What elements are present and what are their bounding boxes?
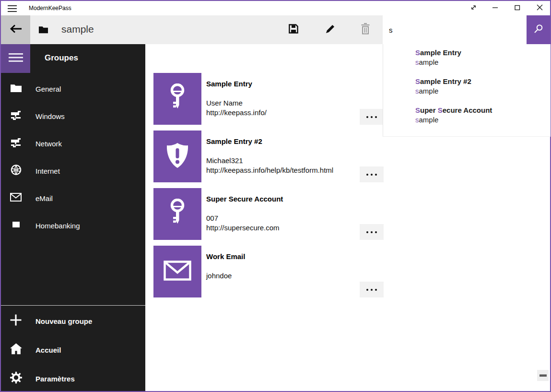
maximize-icon <box>515 4 520 12</box>
network-icon <box>10 138 22 149</box>
commandbar-minimize-button[interactable] <box>537 370 549 381</box>
more-icon <box>366 231 368 233</box>
minus-icon <box>539 374 547 377</box>
sidebar-item-label: Homebanking <box>35 221 80 229</box>
folder-icon <box>10 83 22 94</box>
more-icon <box>371 289 373 291</box>
briefcase-icon <box>38 25 48 36</box>
more-icon <box>366 116 368 118</box>
search-suggestions-dropdown: Sample Entry sample Sample Entry #2 samp… <box>383 44 551 137</box>
search-input[interactable] <box>383 15 527 44</box>
suggestion-subtitle: sample <box>415 58 547 67</box>
plus-icon <box>10 314 22 328</box>
sidebar-action-home[interactable]: Accueil <box>1 335 145 364</box>
minimize-icon <box>492 4 498 12</box>
sidebar-item-email[interactable]: eMail <box>1 184 145 212</box>
sidebar-item-label: Network <box>35 139 62 147</box>
more-icon <box>366 174 368 176</box>
sidebar-item-internet[interactable]: Internet <box>1 157 145 184</box>
suggestion-title-part: ample Entry #2 <box>420 77 471 85</box>
database-title: sample <box>61 15 94 44</box>
sidebar-item-network[interactable]: Network <box>1 130 145 157</box>
entry-more-button[interactable] <box>360 109 384 125</box>
close-button[interactable] <box>528 1 551 15</box>
entry-details: User Name http://keepass.info/ <box>206 98 267 118</box>
hamburger-icon[interactable] <box>7 5 18 12</box>
nav-toggle-button[interactable] <box>1 44 30 73</box>
sidebar-action-label: Paramètres <box>35 375 75 383</box>
sidebar-action-new-group[interactable]: Nouveau groupe <box>1 307 145 335</box>
entry-tile <box>153 246 201 297</box>
suggestion-title-part: S <box>415 106 420 114</box>
suggestion-title: Sample Entry <box>415 48 547 58</box>
entry-row-sample-entry-2[interactable]: Sample Entry #2 Michael321 http://keepas… <box>153 131 388 182</box>
entry-details: johndoe <box>206 271 232 281</box>
key-icon <box>168 83 187 114</box>
edit-icon <box>325 24 335 36</box>
sidebar-action-settings[interactable]: Paramètres <box>1 364 145 392</box>
trash-icon <box>361 23 370 36</box>
suggestion-title: Sample Entry #2 <box>415 76 547 86</box>
entry-row-super-secure-account[interactable]: Super Secure Account 007 http://supersec… <box>153 188 388 240</box>
groups-heading: Groupes <box>45 53 78 63</box>
suggestion-subtitle-part: ample <box>419 116 439 124</box>
sidebar-item-windows[interactable]: Windows <box>1 102 145 130</box>
suggestion-subtitle: sample <box>415 115 547 125</box>
gear-icon <box>10 372 22 386</box>
entry-url: http://supersecure.com <box>206 223 280 233</box>
more-icon <box>375 174 377 176</box>
mail-icon <box>164 261 191 283</box>
entry-more-button[interactable] <box>360 224 384 240</box>
entry-username: johndoe <box>206 271 232 281</box>
appbar: sample <box>1 15 550 44</box>
more-icon <box>371 231 373 233</box>
more-icon <box>371 116 373 118</box>
suggestion-title-part: uper <box>420 106 438 114</box>
maximize-button[interactable] <box>506 1 528 15</box>
entry-row-work-email[interactable]: Work Email johndoe <box>153 246 388 297</box>
suggestion-subtitle-part: s <box>415 116 419 124</box>
more-icon <box>375 116 377 118</box>
suggestion-title-part: ample Entry <box>420 48 461 57</box>
suggestion-title: Super Secure Account <box>415 105 547 115</box>
sidebar: Groupes General Windows <box>1 44 145 391</box>
suggestion-subtitle: sample <box>415 86 547 96</box>
save-icon <box>288 24 299 36</box>
entry-row-sample-entry[interactable]: Sample Entry User Name http://keepass.in… <box>153 73 388 125</box>
delete-button[interactable] <box>353 15 377 44</box>
sidebar-item-label: Windows <box>35 112 65 120</box>
more-icon <box>371 174 373 176</box>
shield-alert-icon <box>165 142 190 171</box>
search-suggestion[interactable]: Super Secure Account sample <box>415 105 547 125</box>
network-icon <box>10 110 22 122</box>
entry-username: Michael321 <box>206 156 333 166</box>
search-button[interactable] <box>527 15 550 44</box>
sidebar-action-label: Accueil <box>35 346 61 354</box>
bank-icon <box>10 221 22 230</box>
entry-more-button[interactable] <box>360 166 384 182</box>
edit-button[interactable] <box>318 15 342 44</box>
sidebar-item-homebanking[interactable]: Homebanking <box>1 212 145 239</box>
suggestion-subtitle-part: s <box>415 87 419 95</box>
search-suggestion[interactable]: Sample Entry sample <box>415 48 547 67</box>
entry-details: 007 http://supersecure.com <box>206 214 280 233</box>
save-button[interactable] <box>281 15 305 44</box>
minimize-button[interactable] <box>484 1 506 15</box>
sidebar-item-label: eMail <box>35 194 53 202</box>
fullscreen-toggle-button[interactable] <box>462 1 484 15</box>
entry-username: 007 <box>206 214 280 223</box>
entry-title: Sample Entry #2 <box>206 137 262 145</box>
titlebar: ModernKeePass <box>1 1 550 15</box>
app-window: ModernKeePass <box>0 0 551 392</box>
entry-title: Super Secure Account <box>206 195 283 203</box>
entry-more-button[interactable] <box>360 282 384 297</box>
sidebar-item-general[interactable]: General <box>1 75 145 102</box>
sidebar-action-label: Nouveau groupe <box>35 317 92 325</box>
back-button[interactable] <box>1 15 30 44</box>
close-icon <box>537 4 543 12</box>
key-icon <box>168 199 187 229</box>
entry-tile <box>153 188 201 240</box>
hamburger-icon <box>9 52 23 65</box>
entry-tile <box>153 131 201 182</box>
search-suggestion[interactable]: Sample Entry #2 sample <box>415 76 547 96</box>
